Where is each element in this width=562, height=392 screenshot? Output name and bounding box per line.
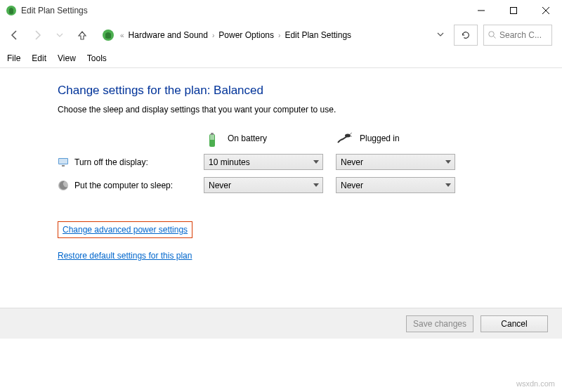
breadcrumb[interactable]: « Hardware and Sound › Power Options › E… <box>97 25 429 45</box>
close-button[interactable] <box>530 0 562 21</box>
svg-rect-15 <box>59 159 67 164</box>
maximize-button[interactable] <box>497 0 530 21</box>
refresh-button[interactable] <box>454 25 478 46</box>
forward-button[interactable] <box>27 25 48 46</box>
window-title: Edit Plan Settings <box>21 6 465 15</box>
restore-defaults-link[interactable]: Restore default settings for this plan <box>58 251 562 261</box>
nav-bar: « Hardware and Sound › Power Options › E… <box>0 21 562 49</box>
sleep-plugged-select[interactable]: Never <box>336 177 455 193</box>
footer: Save changes Cancel <box>0 308 562 339</box>
row-label-text: Turn off the display: <box>74 157 148 167</box>
svg-line-12 <box>350 133 352 134</box>
plug-icon <box>336 130 353 147</box>
column-label: Plugged in <box>360 133 400 143</box>
menu-tools[interactable]: Tools <box>87 53 107 63</box>
column-header-battery: On battery <box>204 130 330 147</box>
display-plugged-select[interactable]: Never <box>336 154 455 170</box>
up-button[interactable] <box>72 25 93 46</box>
svg-point-11 <box>345 134 351 138</box>
control-panel-icon <box>102 29 115 41</box>
recent-locations-button[interactable] <box>49 25 70 46</box>
search-placeholder: Search C... <box>499 30 542 40</box>
column-label: On battery <box>228 133 267 143</box>
chevron-right-icon: › <box>212 32 214 39</box>
settings-grid: On battery Plugged in Turn off the displ… <box>58 130 562 193</box>
row-label-text: Put the computer to sleep: <box>74 181 173 190</box>
content: Change settings for the plan: Balanced C… <box>0 68 562 261</box>
address-history-button[interactable] <box>433 30 448 40</box>
links-section: Change advanced power settings Restore d… <box>58 221 562 261</box>
svg-rect-2 <box>511 8 517 14</box>
menu-bar: File Edit View Tools <box>0 49 562 68</box>
svg-rect-16 <box>62 165 65 166</box>
change-advanced-link[interactable]: Change advanced power settings <box>58 221 192 238</box>
breadcrumb-item[interactable]: Power Options <box>218 30 274 40</box>
search-input[interactable]: Search C... <box>483 25 552 46</box>
display-battery-select[interactable]: 10 minutes <box>204 154 323 170</box>
watermark: wsxdn.com <box>516 379 555 388</box>
column-header-plugged: Plugged in <box>336 130 462 147</box>
chevron-left-icon: « <box>120 32 124 39</box>
search-icon <box>488 31 497 39</box>
battery-icon <box>204 130 221 147</box>
title-bar: Edit Plan Settings <box>0 0 562 21</box>
minimize-button[interactable] <box>465 0 497 21</box>
moon-icon <box>58 180 69 191</box>
row-sleep: Put the computer to sleep: <box>58 180 198 191</box>
page-title: Change settings for the plan: Balanced <box>58 84 562 98</box>
menu-file[interactable]: File <box>7 53 20 63</box>
breadcrumb-item[interactable]: Edit Plan Settings <box>285 30 351 40</box>
svg-rect-10 <box>210 135 214 140</box>
svg-line-7 <box>494 37 496 39</box>
monitor-icon <box>58 157 69 168</box>
svg-point-6 <box>489 32 495 37</box>
row-turn-off-display: Turn off the display: <box>58 157 198 168</box>
chevron-right-icon: › <box>278 32 280 39</box>
page-subtitle: Choose the sleep and display settings th… <box>58 105 562 115</box>
app-icon <box>6 5 17 16</box>
save-button[interactable]: Save changes <box>406 315 473 332</box>
back-button[interactable] <box>4 25 25 46</box>
sleep-battery-select[interactable]: Never <box>204 177 323 193</box>
breadcrumb-item[interactable]: Hardware and Sound <box>129 30 208 40</box>
menu-edit[interactable]: Edit <box>32 53 46 63</box>
svg-rect-9 <box>211 133 214 135</box>
cancel-button[interactable]: Cancel <box>481 315 548 332</box>
menu-view[interactable]: View <box>58 53 76 63</box>
